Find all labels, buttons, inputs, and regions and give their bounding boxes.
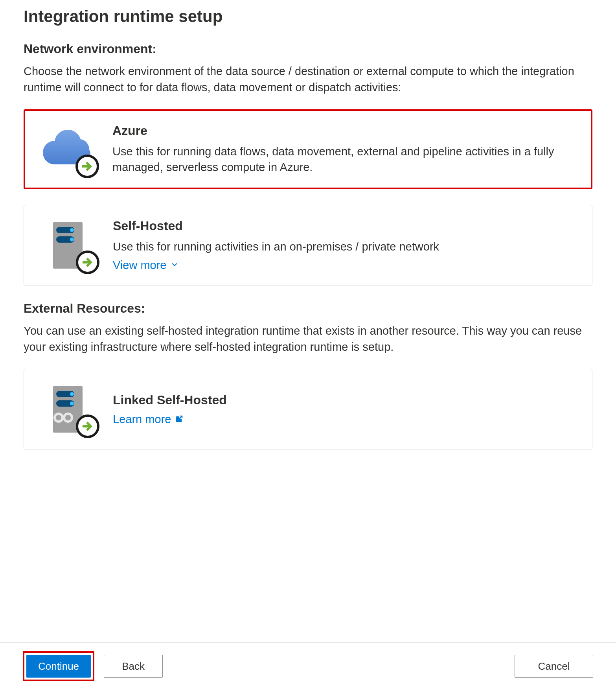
svg-point-9 [70,402,74,405]
option-linked-self-hosted-title: Linked Self-Hosted [113,393,578,407]
option-azure-description: Use this for running data flows, data mo… [112,144,578,175]
server-icon [38,219,97,272]
svg-point-2 [70,228,74,232]
integration-runtime-badge-icon [76,415,99,438]
option-azure[interactable]: Azure Use this for running data flows, d… [24,109,592,189]
cancel-button[interactable]: Cancel [515,655,593,678]
option-self-hosted[interactable]: Self-Hosted Use this for running activit… [24,205,592,286]
back-button[interactable]: Back [104,655,163,678]
network-environment-description: Choose the network environment of the da… [24,63,590,95]
network-environment-heading: Network environment: [24,42,592,56]
chevron-down-icon [170,259,179,272]
external-resources-description: You can use an existing self-hosted inte… [24,323,590,355]
footer-bar: Continue Back Cancel [0,642,616,681]
continue-highlight: Continue [23,651,94,681]
option-self-hosted-title: Self-Hosted [113,219,578,233]
svg-point-4 [70,238,74,241]
learn-more-label: Learn more [113,413,171,426]
open-external-icon [175,413,184,426]
external-resources-heading: External Resources: [24,301,592,316]
continue-button[interactable]: Continue [26,655,91,678]
linked-server-icon [38,383,97,436]
cloud-icon [38,123,97,176]
learn-more-link[interactable]: Learn more [113,413,578,426]
view-more-link[interactable]: View more [113,259,578,272]
integration-runtime-badge-icon [75,155,99,178]
integration-runtime-badge-icon [76,251,99,274]
option-self-hosted-description: Use this for running activities in an on… [113,239,578,255]
option-azure-title: Azure [112,123,578,138]
option-linked-self-hosted[interactable]: Linked Self-Hosted Learn more [24,369,592,450]
svg-point-7 [70,392,74,396]
view-more-label: View more [113,259,166,272]
page-title: Integration runtime setup [24,7,592,26]
